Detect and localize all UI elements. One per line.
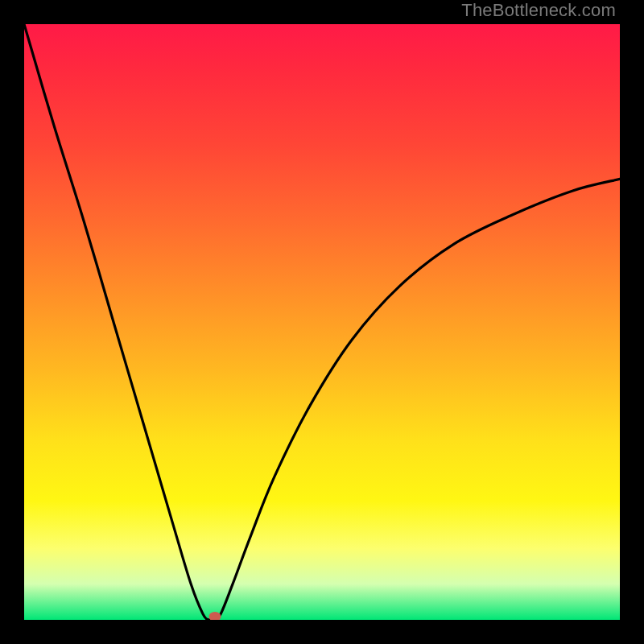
watermark-text: TheBottleneck.com — [461, 0, 616, 21]
chart-frame — [0, 0, 644, 644]
plot-area — [24, 24, 620, 620]
curve-marker — [208, 612, 221, 620]
curve-path — [24, 24, 620, 620]
bottleneck-curve — [24, 24, 620, 620]
